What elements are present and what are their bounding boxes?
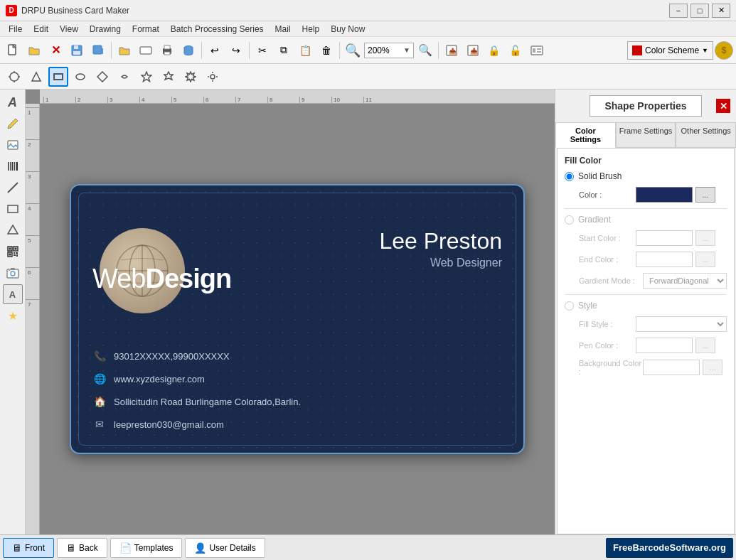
zoom-box[interactable]: ▼ [364,43,414,58]
text-tool[interactable]: A [3,92,23,112]
style-radio-label[interactable]: Style [578,301,597,311]
menu-view[interactable]: View [54,23,84,36]
line-tool[interactable] [3,178,23,198]
open-folder-button[interactable] [114,41,134,60]
color-browse-button[interactable]: ... [695,187,715,203]
canvas-area[interactable]: 1 2 3 4 5 6 7 8 9 10 11 1 2 3 4 5 6 7 [26,90,555,534]
menu-file[interactable]: File [3,23,28,36]
menu-bar: File Edit View Drawing Format Batch Proc… [0,21,736,37]
zoom-in-button[interactable]: 🔍 [415,41,435,60]
tab-back[interactable]: 🖥 Back [57,538,107,558]
import-button[interactable]: 📥 [463,41,483,60]
database-button[interactable] [178,41,198,60]
ruler-left: 1 2 3 4 5 6 7 [26,104,40,534]
bg-color-browse[interactable]: ... [703,360,722,375]
tab-color-settings[interactable]: Color Settings [555,122,616,148]
menu-edit[interactable]: Edit [28,23,54,36]
card-view-button[interactable] [136,41,156,60]
gradient-radio-label[interactable]: Gradient [578,215,611,225]
window-controls: − □ ✕ [669,4,730,18]
print-button[interactable] [157,41,177,60]
card-brand-web: Web [92,264,145,294]
save-as-button[interactable] [88,41,108,60]
gradient-radio[interactable] [565,215,574,225]
star-tool[interactable]: ★ [3,306,23,325]
close-button[interactable]: ✕ [712,4,730,18]
tab-user-details[interactable]: 👤 User Details [185,538,265,558]
star8-tool[interactable] [181,67,201,87]
gradient-mode-select[interactable]: ForwardDiagonal [643,273,727,289]
style-radio[interactable] [565,301,574,311]
copy-button[interactable]: ⧉ [274,41,294,60]
minimize-button[interactable]: − [669,4,688,18]
start-color-swatch[interactable] [636,230,693,246]
menu-format[interactable]: Format [127,23,165,36]
end-color-browse[interactable]: ... [695,252,715,267]
rectangle-draw-tool[interactable] [3,199,23,219]
menu-drawing[interactable]: Drawing [84,23,127,36]
view-options-button[interactable] [527,41,547,60]
delete-item-button[interactable]: 🗑 [316,41,336,60]
diamond-tool[interactable] [92,67,112,87]
tab-frame-settings[interactable]: Frame Settings [616,122,676,147]
style-row[interactable]: Style [565,301,727,311]
start-color-browse[interactable]: ... [695,230,715,246]
maximize-button[interactable]: □ [690,4,709,18]
color-swatch-solid[interactable] [636,187,693,203]
color-scheme-arrow[interactable]: ▼ [702,47,708,54]
delete-button[interactable]: ✕ [46,41,65,60]
unlock-button[interactable]: 🔓 [506,41,526,60]
lock-button[interactable]: 🔒 [484,41,504,60]
menu-buy-now[interactable]: Buy Now [325,23,370,36]
ellipse-tool[interactable] [70,67,90,87]
pen-color-browse[interactable]: ... [695,338,715,353]
triangle-tool[interactable] [26,67,46,87]
redo-button[interactable]: ↪ [226,41,246,60]
tab-front[interactable]: 🖥 Front [3,538,54,558]
pen-color-label: Pen Color : [579,341,636,350]
save-button[interactable] [67,41,87,60]
tab-templates[interactable]: 📄 Templates [110,538,183,558]
solid-brush-row[interactable]: Solid Brush [565,171,727,181]
label-tool[interactable]: A [3,284,23,304]
barcode-tool[interactable] [3,156,23,176]
color-scheme-button[interactable]: Color Scheme ▼ [627,41,713,60]
zoom-out-button[interactable]: 🔍 [343,41,363,60]
end-color-swatch[interactable] [636,252,693,267]
zoom-dropdown-arrow[interactable]: ▼ [403,46,410,54]
new-button[interactable] [3,41,23,60]
shape-props-close-button[interactable]: ✕ [716,99,730,113]
star6-tool[interactable] [159,67,178,87]
shape-draw-tool[interactable] [3,220,23,240]
zoom-input[interactable] [368,45,403,55]
canvas-wrapper[interactable]: WebDesign Lee Preston Web Designer 📞 930… [40,104,555,534]
select-tool[interactable] [4,67,24,87]
menu-help[interactable]: Help [297,23,326,36]
qr-code-tool[interactable] [3,242,23,262]
end-color-row: End Color : ... [579,252,727,267]
rectangle-tool[interactable] [48,67,68,87]
paste-button[interactable]: 📋 [295,41,315,60]
undo-button[interactable]: ↩ [205,41,225,60]
pen-color-swatch[interactable] [636,338,693,353]
fill-style-select[interactable] [636,316,727,332]
cut-button[interactable]: ✂ [252,41,272,60]
gear-tool[interactable] [203,67,223,87]
menu-batch[interactable]: Batch Processing Series [165,23,270,36]
photo-tool[interactable] [3,263,23,283]
image-tool[interactable] [3,135,23,155]
coin-button[interactable]: $ [715,41,733,60]
bg-color-swatch[interactable] [643,360,700,375]
svg-line-39 [8,183,18,193]
star5-tool[interactable] [137,67,156,87]
gradient-row[interactable]: Gradient [565,215,727,225]
tab-other-settings[interactable]: Other Settings [676,122,736,147]
solid-brush-radio[interactable] [565,172,574,181]
menu-mail[interactable]: Mail [270,23,297,36]
export-button[interactable]: 📤 [442,41,462,60]
solid-brush-radio-label[interactable]: Solid Brush [578,171,622,181]
open-button[interactable] [24,41,44,60]
business-card[interactable]: WebDesign Lee Preston Web Designer 📞 930… [70,184,525,454]
pencil-tool[interactable] [3,114,23,134]
arrow-left-tool[interactable] [114,67,134,87]
